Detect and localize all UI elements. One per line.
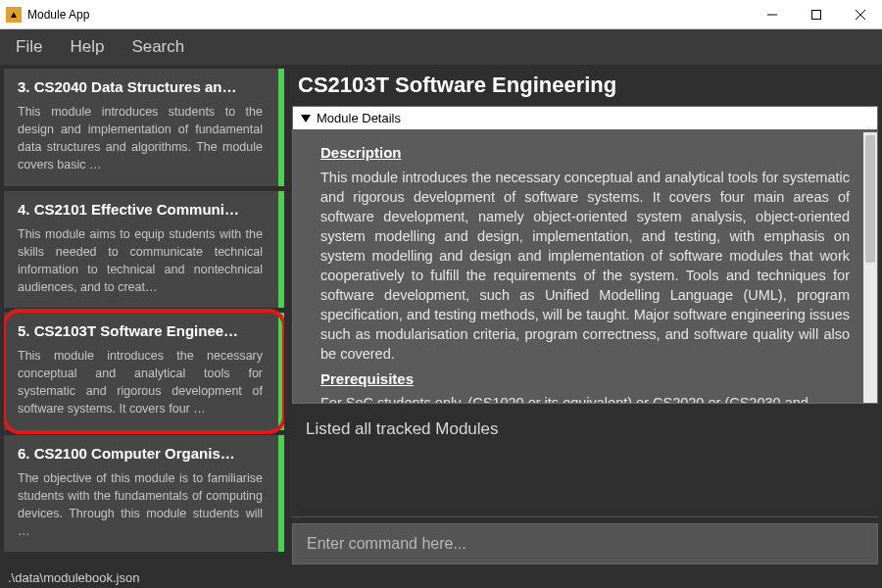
list-item[interactable]: 6. CS2100 Computer Organis… The objectiv… xyxy=(4,435,284,553)
maximize-button[interactable] xyxy=(794,0,838,28)
app-icon: ▲ xyxy=(6,7,22,23)
minimize-button[interactable] xyxy=(750,0,794,28)
details-body: Description This module introduces the n… xyxy=(293,129,877,403)
list-item-desc: This module aims to equip students with … xyxy=(18,225,263,297)
svg-rect-1 xyxy=(811,10,820,19)
list-item-title: 6. CS2100 Computer Organis… xyxy=(18,445,263,462)
main-panel: CS2103T Software Engineering Module Deta… xyxy=(292,69,878,566)
prerequisites-heading: Prerequisites xyxy=(320,369,850,390)
menu-help[interactable]: Help xyxy=(64,33,110,61)
menubar: File Help Search xyxy=(0,29,882,65)
scrollbar-thumb[interactable] xyxy=(865,135,875,263)
description-text: This module introduces the necessary con… xyxy=(320,168,850,364)
menu-search[interactable]: Search xyxy=(125,33,190,61)
list-item-desc: This module introduces the necessary con… xyxy=(18,347,263,418)
close-button[interactable] xyxy=(838,0,882,28)
details-scrollbar[interactable] xyxy=(863,132,877,403)
list-item[interactable]: 3. CS2040 Data Structures an… This modul… xyxy=(4,69,284,186)
description-heading: Description xyxy=(320,143,850,164)
module-list: 3. CS2040 Data Structures an… This modul… xyxy=(4,69,284,566)
footer-path: .\data\modulebook.json xyxy=(0,566,882,588)
command-placeholder: Enter command here... xyxy=(307,535,466,553)
list-item-title: 3. CS2040 Data Structures an… xyxy=(18,78,263,95)
detail-title: CS2103T Software Engineering xyxy=(292,69,878,100)
status-message: Listed all tracked Modules xyxy=(292,410,878,517)
titlebar: ▲ Module App xyxy=(0,0,882,29)
list-item[interactable]: 4. CS2101 Effective Communi… This module… xyxy=(4,191,284,309)
list-item-selected[interactable]: 5. CS2103T Software Enginee… This module… xyxy=(4,313,284,430)
menu-file[interactable]: File xyxy=(10,33,48,61)
window-title: Module App xyxy=(27,8,750,22)
window-controls xyxy=(750,0,882,28)
prerequisites-text: For SoC students only. (CS1020 or its eq… xyxy=(320,393,850,403)
list-item-title: 5. CS2103T Software Enginee… xyxy=(18,322,263,339)
list-item-title: 4. CS2101 Effective Communi… xyxy=(18,201,263,218)
details-header[interactable]: Module Details xyxy=(293,107,877,129)
disclosure-triangle-icon xyxy=(301,115,311,122)
list-item-desc: This module introduces students to the d… xyxy=(18,103,263,174)
details-panel: Module Details Description This module i… xyxy=(292,106,878,404)
details-header-label: Module Details xyxy=(317,111,401,125)
command-input[interactable]: Enter command here... xyxy=(292,523,878,564)
content-area: 3. CS2040 Data Structures an… This modul… xyxy=(0,65,882,566)
list-item-desc: The objective of this module is to famil… xyxy=(18,469,263,541)
